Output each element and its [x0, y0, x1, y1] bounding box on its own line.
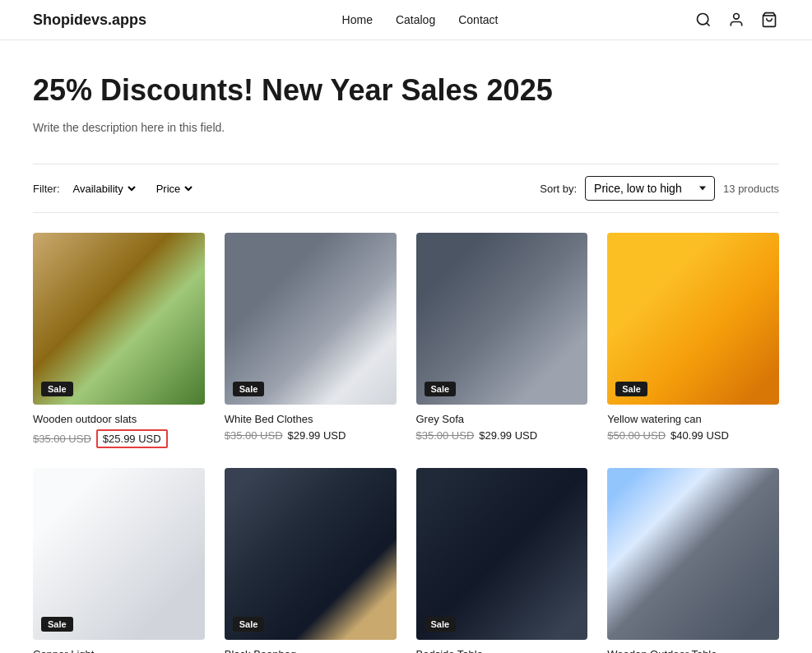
site-header: Shopidevs.apps Home Catalog Contact: [0, 0, 812, 40]
sale-price: $40.99 USD: [670, 429, 729, 442]
sale-price: $29.99 USD: [479, 429, 537, 442]
page-description: Write the description here in this field…: [33, 121, 779, 134]
nav-home[interactable]: Home: [342, 13, 373, 26]
sale-badge: Sale: [41, 382, 73, 396]
sale-badge: Sale: [615, 382, 647, 396]
price-row: $50.00 USD $40.99 USD: [607, 429, 779, 442]
main-content: 25% Discounts! New Year Sales 2025 Write…: [0, 40, 812, 653]
main-nav: Home Catalog Contact: [342, 13, 499, 26]
sort-label: Sort by:: [540, 183, 577, 195]
product-image-placeholder: [416, 468, 588, 640]
svg-point-0: [697, 14, 708, 25]
product-image: [607, 468, 779, 640]
product-image-placeholder: [416, 233, 588, 405]
header-icons: [694, 10, 779, 30]
product-card[interactable]: Sale Copper Light $75.00 USD $59.99 USD: [33, 468, 205, 653]
site-logo[interactable]: Shopidevs.apps: [33, 12, 146, 29]
product-image: Sale: [225, 468, 397, 640]
product-image: Sale: [33, 468, 205, 640]
product-name: White Bed Clothes: [225, 413, 397, 425]
sort-select[interactable]: Featured Best selling Alphabetically, A-…: [594, 182, 706, 195]
sort-section: Sort by: Featured Best selling Alphabeti…: [540, 176, 779, 201]
svg-line-1: [707, 23, 710, 26]
sale-price: $25.99 USD: [96, 429, 168, 448]
product-image: Sale: [416, 233, 588, 405]
product-name: Bedside Table: [416, 648, 588, 654]
product-image-placeholder: [33, 233, 205, 405]
sale-badge: Sale: [233, 382, 265, 396]
product-image: Sale: [607, 233, 779, 405]
svg-point-2: [734, 14, 740, 20]
product-grid: Sale Wooden outdoor slats $35.00 USD $25…: [33, 233, 779, 653]
product-name: Wooden Outdoor Table: [607, 648, 779, 654]
filter-label: Filter:: [33, 183, 60, 195]
sale-badge: Sale: [425, 617, 457, 632]
price-filter[interactable]: Price: [153, 181, 197, 197]
product-image-placeholder: [607, 233, 779, 405]
product-card[interactable]: Sale Black Beanbag $80.00 USD $69.99 USD: [225, 468, 397, 653]
product-image-placeholder: [225, 468, 397, 640]
product-image-placeholder: [225, 233, 397, 405]
price-row: $35.00 USD $25.99 USD: [33, 429, 205, 448]
product-image: Sale: [33, 233, 205, 405]
availability-filter[interactable]: Availability: [70, 181, 140, 197]
sort-dropdown[interactable]: Featured Best selling Alphabetically, A-…: [585, 176, 715, 201]
product-name: Grey Sofa: [416, 413, 588, 425]
sale-badge: Sale: [233, 617, 265, 632]
product-card[interactable]: Sale Grey Sofa $35.00 USD $29.99 USD: [416, 233, 588, 448]
nav-contact[interactable]: Contact: [458, 13, 498, 26]
price-row: $35.00 USD $29.99 USD: [416, 429, 588, 442]
product-card[interactable]: Sale Bedside Table $85.00 USD $69.99 USD: [416, 468, 588, 653]
price-row: $35.00 USD $29.99 USD: [225, 429, 397, 442]
product-card[interactable]: Sale Wooden outdoor slats $35.00 USD $25…: [33, 233, 205, 448]
nav-catalog[interactable]: Catalog: [396, 13, 435, 26]
product-card[interactable]: Sale Yellow watering can $50.00 USD $40.…: [607, 233, 779, 448]
sale-badge: Sale: [425, 382, 457, 396]
page-title: 25% Discounts! New Year Sales 2025: [33, 73, 779, 108]
product-image: Sale: [416, 468, 588, 640]
product-image-placeholder: [33, 468, 205, 640]
product-name: Black Beanbag: [225, 648, 397, 654]
search-icon[interactable]: [694, 10, 713, 30]
cart-icon[interactable]: [759, 10, 779, 30]
original-price: $35.00 USD: [33, 433, 91, 445]
product-name: Wooden outdoor slats: [33, 413, 205, 425]
original-price: $35.00 USD: [416, 429, 475, 442]
product-card[interactable]: Sale White Bed Clothes $35.00 USD $29.99…: [225, 233, 397, 448]
product-name: Copper Light: [33, 648, 205, 654]
sale-badge: Sale: [41, 617, 73, 632]
sale-price: $29.99 USD: [288, 429, 346, 442]
product-image: Sale: [225, 233, 397, 405]
product-card[interactable]: Wooden Outdoor Table $99.99 USD: [607, 468, 779, 653]
product-image-placeholder: [607, 468, 779, 640]
product-count: 13 products: [723, 183, 779, 195]
filter-bar: Filter: Availability Price Sort by: Feat…: [33, 164, 779, 213]
account-icon[interactable]: [726, 10, 746, 30]
product-name: Yellow watering can: [607, 413, 779, 425]
original-price: $50.00 USD: [607, 429, 666, 442]
original-price: $35.00 USD: [225, 429, 283, 442]
